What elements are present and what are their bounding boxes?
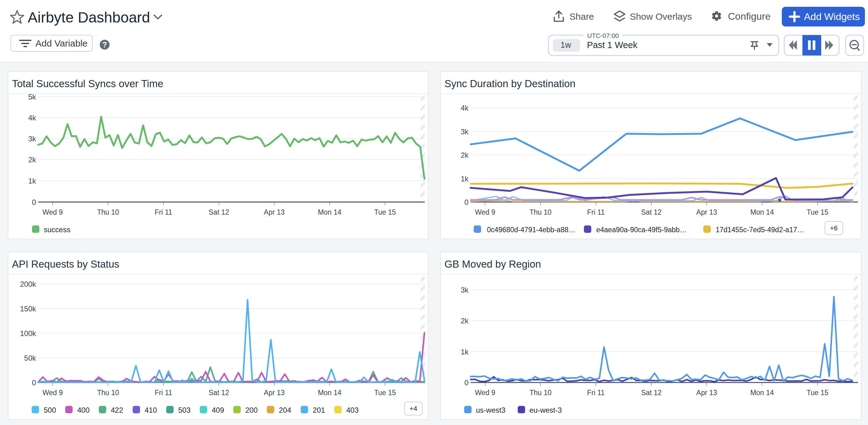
svg-text:Sat 12: Sat 12 [641,208,662,216]
svg-text:Tue 15: Tue 15 [807,389,829,397]
svg-text:2k: 2k [28,155,36,164]
svg-text:Fri 11: Fri 11 [587,389,604,397]
svg-text:1k: 1k [461,175,469,183]
svg-text:Add Widgets: Add Widgets [804,11,860,22]
svg-text:100k: 100k [20,329,36,337]
svg-text:Tue 15: Tue 15 [374,208,396,216]
svg-text:0: 0 [32,198,36,206]
svg-text:50k: 50k [24,354,36,362]
svg-text:4k: 4k [28,114,36,122]
svg-text:?: ? [102,40,107,49]
svg-text:Total Successful Syncs over Ti: Total Successful Syncs over Time [12,78,163,89]
svg-text:Mon 14: Mon 14 [750,389,774,397]
svg-text:Sat 12: Sat 12 [641,389,662,397]
svg-text:Mon 14: Mon 14 [318,389,342,397]
svg-text:Sync Duration by Destination: Sync Duration by Destination [444,78,576,89]
svg-text:Apr 13: Apr 13 [696,208,717,216]
svg-text:Thu 10: Thu 10 [529,389,552,397]
svg-text:0: 0 [464,378,468,387]
svg-text:410: 410 [145,406,157,414]
svg-text:201: 201 [313,406,325,414]
svg-text:Fri 11: Fri 11 [155,208,172,216]
svg-text:success: success [44,225,70,234]
svg-text:2k: 2k [461,316,469,325]
svg-text:e4aea90a-90ca-49f5-9abb…: e4aea90a-90ca-49f5-9abb… [596,226,687,234]
svg-text:Thu 10: Thu 10 [97,389,119,397]
svg-text:3k: 3k [461,286,469,294]
svg-text:Tue 15: Tue 15 [807,208,829,216]
svg-text:503: 503 [178,406,190,414]
svg-text:409: 409 [212,406,224,414]
svg-text:+6: +6 [830,224,838,232]
svg-text:1k: 1k [28,177,36,185]
svg-text:Fri 11: Fri 11 [587,208,604,216]
svg-text:403: 403 [346,406,359,414]
svg-text:3k: 3k [461,127,469,136]
svg-text:us-west3: us-west3 [476,406,505,414]
svg-text:UTC-07:00: UTC-07:00 [587,32,619,39]
svg-text:Show Overlays: Show Overlays [630,11,692,22]
svg-text:Sat 12: Sat 12 [209,389,229,397]
svg-text:Airbyte Dashboard: Airbyte Dashboard [28,9,150,26]
svg-text:1k: 1k [461,348,469,356]
svg-text:eu-west-3: eu-west-3 [529,406,562,414]
svg-text:+4: +4 [409,405,417,413]
svg-text:0: 0 [464,198,468,206]
svg-text:3k: 3k [28,134,36,143]
svg-text:Apr 13: Apr 13 [264,208,285,216]
svg-text:500: 500 [44,406,56,414]
svg-text:0: 0 [32,378,36,387]
svg-text:Wed 9: Wed 9 [475,208,495,216]
svg-text:Tue 15: Tue 15 [374,389,396,397]
svg-text:Mon 14: Mon 14 [750,208,774,216]
svg-text:1w: 1w [560,40,571,50]
svg-text:17d1455c-7ed5-49d2-a17…: 17d1455c-7ed5-49d2-a17… [716,226,804,234]
svg-text:4k: 4k [461,104,469,112]
svg-text:Fri 11: Fri 11 [155,389,172,397]
svg-text:400: 400 [77,406,90,414]
svg-text:Thu 10: Thu 10 [529,208,552,216]
svg-text:200: 200 [245,406,258,414]
svg-text:Past 1 Week: Past 1 Week [587,40,638,50]
svg-text:150k: 150k [20,305,36,313]
svg-text:API Requests by Status: API Requests by Status [12,259,119,270]
svg-text:Wed 9: Wed 9 [42,208,63,216]
svg-text:GB Moved by Region: GB Moved by Region [444,259,541,270]
svg-text:204: 204 [279,406,291,414]
svg-text:Thu 10: Thu 10 [97,208,119,216]
svg-text:Share: Share [569,11,594,22]
svg-text:Configure: Configure [728,11,771,22]
svg-text:200k: 200k [20,280,36,288]
svg-text:Apr 13: Apr 13 [696,389,717,397]
svg-text:Add Variable: Add Variable [35,38,88,48]
svg-text:Wed 9: Wed 9 [42,389,63,397]
svg-text:Sat 12: Sat 12 [209,208,229,216]
svg-text:5k: 5k [28,93,36,101]
svg-text:Apr 13: Apr 13 [264,389,285,397]
svg-text:2k: 2k [461,151,469,159]
svg-text:0c49680d-4791-4ebb-a88…: 0c49680d-4791-4ebb-a88… [487,226,576,234]
svg-text:Wed 9: Wed 9 [475,389,495,397]
svg-text:Mon 14: Mon 14 [318,208,342,216]
svg-text:422: 422 [111,406,123,414]
